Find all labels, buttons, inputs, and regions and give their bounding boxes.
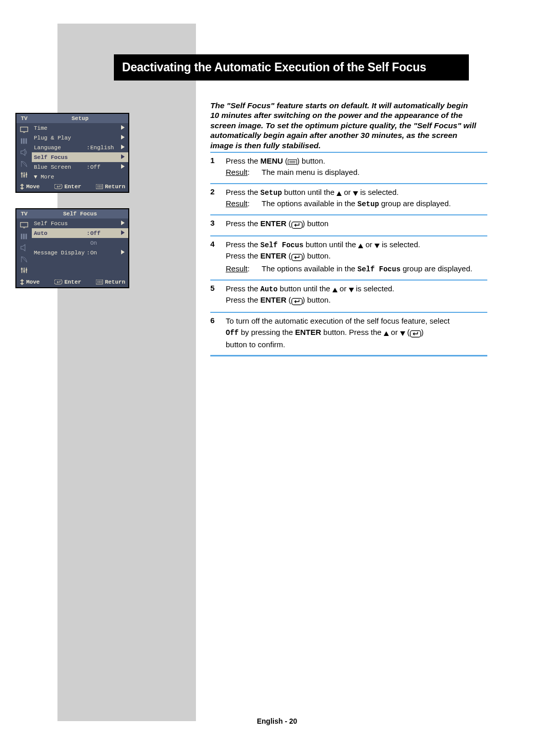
osd-rows: Self FocusAuto:OffOnMessage Display:On — [32, 218, 128, 277]
sliders-icon — [19, 171, 29, 179]
step-number: 5 — [210, 284, 226, 308]
step-number: 4 — [210, 240, 226, 275]
down-arrow-icon — [349, 288, 354, 292]
up-arrow-icon — [337, 191, 342, 196]
svg-marker-12 — [121, 125, 125, 130]
osd-row: Blue Screen:Off — [32, 162, 128, 172]
step-body: To turn off the automatic execution of t… — [226, 316, 487, 351]
step-number: 3 — [210, 218, 226, 231]
osd-tv-label: TV — [16, 115, 32, 122]
osd-tv-label: TV — [16, 211, 32, 217]
svg-rect-27 — [26, 234, 27, 240]
move-icon — [19, 184, 25, 190]
svg-rect-2 — [21, 138, 23, 144]
osd-row: ▼ More — [32, 172, 128, 182]
osd-header: TV Self Focus — [16, 209, 128, 218]
step-4: 4Press the Self Focus button until the o… — [210, 235, 487, 280]
svg-marker-38 — [20, 279, 24, 285]
speaker-icon — [19, 148, 29, 156]
move-icon — [19, 279, 25, 285]
step-number: 2 — [210, 187, 226, 211]
svg-rect-4 — [26, 138, 27, 144]
svg-marker-17 — [20, 184, 24, 190]
content-area: Deactivating the Automatic Execution of … — [57, 24, 497, 81]
step-3: 3Press the ENTER () button — [210, 214, 487, 235]
step-6: 6To turn off the automatic execution of … — [210, 312, 487, 357]
svg-rect-3 — [23, 138, 25, 144]
enter-footer-icon — [54, 280, 63, 285]
osd-row: Language:English — [32, 143, 128, 152]
svg-marker-13 — [121, 135, 125, 140]
svg-rect-25 — [21, 234, 23, 240]
osd-row: Self Focus — [32, 218, 128, 228]
down-arrow-icon — [353, 191, 358, 196]
feature-description: The "Self Focus" feature starts on defau… — [210, 101, 477, 150]
step-5: 5Press the Auto button until the or is s… — [210, 280, 487, 312]
enter-icon — [291, 296, 303, 306]
osd-selffocus-menu: TV Self Focus Self FocusAuto:OffOnMessag… — [15, 208, 129, 288]
bars-icon — [19, 137, 29, 145]
osd-row: Self Focus — [32, 152, 128, 162]
page: Deactivating the Automatic Execution of … — [0, 0, 554, 756]
enter-icon — [410, 328, 421, 339]
svg-point-11 — [26, 173, 28, 175]
step-2: 2Press the Setup button until the or is … — [210, 183, 487, 215]
speaker-icon — [19, 244, 29, 252]
svg-marker-28 — [21, 245, 25, 251]
enter-icon — [291, 252, 303, 262]
svg-marker-36 — [121, 230, 125, 235]
osd-icon-column — [16, 123, 32, 182]
up-arrow-icon — [384, 331, 389, 336]
return-footer-icon — [96, 280, 103, 285]
step-number: 1 — [210, 156, 226, 179]
down-arrow-icon — [400, 331, 405, 336]
svg-point-34 — [26, 269, 28, 271]
up-arrow-icon — [332, 288, 338, 292]
return-footer-icon — [96, 184, 103, 189]
tv-icon — [19, 221, 29, 229]
osd-footer: Move Enter Return — [16, 182, 128, 192]
osd-row: Time — [32, 123, 128, 133]
svg-rect-0 — [21, 127, 28, 132]
page-title-bar: Deactivating the Automatic Execution of … — [114, 54, 469, 81]
svg-point-33 — [23, 270, 25, 272]
dish-icon — [19, 255, 29, 263]
svg-rect-23 — [21, 223, 28, 227]
svg-point-9 — [21, 173, 23, 175]
svg-marker-5 — [21, 149, 25, 155]
svg-marker-35 — [121, 221, 125, 225]
osd-rows: TimePlug & PlayLanguage:EnglishSelf Focu… — [32, 123, 128, 182]
osd-setup-menu: TV Setup TimePlug & PlayLanguage:English… — [15, 113, 129, 193]
page-footer: English - 20 — [0, 717, 554, 725]
svg-marker-37 — [121, 250, 125, 254]
osd-header: TV Setup — [16, 114, 128, 123]
bars-icon — [19, 232, 29, 241]
dish-icon — [19, 160, 29, 168]
step-body: Press the ENTER () button — [226, 218, 487, 231]
osd-menu-title: Setup — [32, 115, 128, 122]
step-body: Press the Self Focus button until the or… — [226, 240, 487, 275]
osd-row: On — [32, 238, 128, 248]
svg-rect-26 — [23, 234, 25, 240]
step-number: 6 — [210, 316, 226, 351]
menu-icon — [288, 160, 297, 165]
step-body: Press the Setup button until the or is s… — [226, 187, 487, 211]
osd-row: Plug & Play — [32, 133, 128, 143]
osd-footer: Move Enter Return — [16, 277, 128, 287]
svg-point-32 — [21, 268, 23, 270]
svg-marker-15 — [121, 154, 125, 159]
osd-menu-title: Self Focus — [32, 211, 128, 217]
osd-row: Message Display:On — [32, 248, 128, 257]
down-arrow-icon — [374, 244, 380, 248]
enter-footer-icon — [54, 184, 63, 189]
svg-marker-16 — [121, 164, 125, 169]
step-body: Press the MENU () button.Result:The main… — [226, 156, 487, 179]
osd-icon-column — [16, 218, 32, 277]
osd-row: Auto:Off — [32, 228, 128, 238]
up-arrow-icon — [358, 244, 363, 248]
tv-icon — [19, 126, 29, 134]
step-1: 1Press the MENU () button.Result:The mai… — [210, 152, 487, 183]
page-title: Deactivating the Automatic Execution of … — [122, 61, 426, 74]
sliders-icon — [19, 266, 29, 274]
svg-point-10 — [23, 175, 25, 177]
